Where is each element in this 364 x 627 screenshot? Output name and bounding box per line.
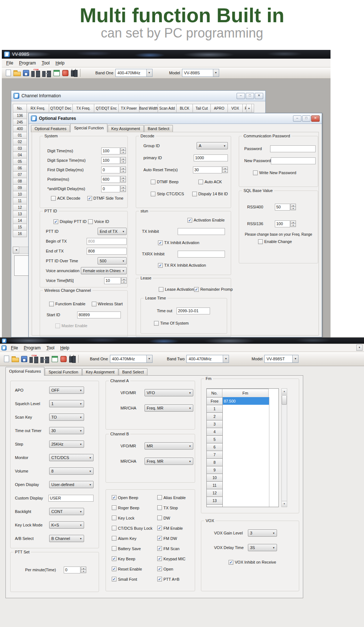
vertical-scrollbar[interactable]: ▲ ▼ — [281, 388, 287, 507]
first-digit-delay-ms-input[interactable]: 0 — [101, 166, 120, 173]
end-of-tx-input[interactable]: 808 — [87, 248, 127, 255]
alarm-key-checkbox[interactable]: Alarm Key — [112, 536, 157, 541]
ct-dcs-busy-lock-checkbox[interactable]: CT/DCS Busy Lock — [112, 526, 157, 530]
row-number[interactable]: 12 — [13, 204, 27, 211]
fm-row[interactable]: 12 — [207, 489, 278, 497]
remainder-promp-checkbox[interactable]: ✓Remainder Promp — [194, 287, 233, 292]
display-ptt-id-checkbox[interactable]: ✓Display PTT ID — [54, 219, 87, 224]
upload-to-radio-icon[interactable] — [30, 68, 41, 77]
fm-row[interactable]: 3 — [207, 420, 278, 428]
fm-scan-checkbox[interactable]: ✓FM Scan — [157, 546, 179, 551]
rssi400-input[interactable]: 50 — [275, 204, 290, 211]
spin-down-button[interactable]: ▼ — [121, 280, 127, 284]
band-one-select[interactable]: 400-470MHz ▼ — [110, 355, 153, 363]
voice-time-ms-input[interactable]: 10 — [104, 277, 121, 284]
begin-of-tx-input[interactable]: 808 — [87, 238, 127, 245]
column-band-width[interactable]: Band Width — [139, 104, 158, 113]
battery-save-checkbox[interactable]: Battery Save — [112, 546, 157, 551]
key-lock-mode-select[interactable]: K+S▼ — [49, 521, 84, 529]
a-b-select-select[interactable]: B Channel▼ — [49, 535, 84, 542]
vox-inhibit-on-receive-checkbox[interactable]: ✓VOX Inhibit on Receive — [229, 560, 276, 565]
row-number[interactable]: 01 — [13, 132, 27, 139]
maximize-button[interactable]: □ — [246, 93, 254, 99]
row-number[interactable]: 16 — [13, 230, 27, 237]
menu-help[interactable]: Help — [52, 60, 67, 66]
model-select[interactable]: VV-898S ▼ — [182, 69, 219, 77]
tab-optional-features[interactable]: Optional Features — [5, 367, 44, 376]
tab-key-assignment[interactable]: Key Assignment — [82, 368, 118, 376]
per-minute-time-input[interactable]: 0 — [64, 567, 80, 573]
save-icon[interactable] — [21, 68, 30, 77]
monitor-select[interactable]: CTC/DCS▼ — [49, 454, 94, 461]
open-checkbox[interactable]: ✓Open — [157, 567, 173, 571]
vfo-mr-select[interactable]: VFO▼ — [145, 389, 193, 396]
key-beep-checkbox[interactable]: ✓Key Beep — [112, 556, 157, 561]
row-number[interactable]: 11 — [13, 197, 27, 204]
row-number[interactable]: 136 — [13, 112, 27, 119]
column-rx-freq[interactable]: RX Freq. — [27, 104, 49, 113]
channel-data-icon[interactable] — [50, 354, 59, 363]
column-vox[interactable]: VOX — [228, 104, 243, 113]
fm-enable-checkbox[interactable]: ✓FM Enable — [157, 526, 183, 530]
open-file-icon[interactable] — [11, 354, 20, 363]
fm-row[interactable]: 1 — [207, 405, 278, 413]
digit-space-time-ms-input[interactable]: 100 — [101, 157, 120, 164]
spin-down-button[interactable]: ▼ — [120, 150, 126, 154]
row-number[interactable]: 13 — [13, 211, 27, 218]
primary-id-input[interactable]: 1000 — [194, 154, 228, 161]
start-id-input[interactable]: 80899 — [77, 311, 121, 318]
scroll-down-button[interactable]: ▼ — [282, 501, 287, 507]
fm-row[interactable]: 14 — [207, 505, 278, 507]
scan-key-select[interactable]: TO▼ — [49, 414, 84, 421]
dual-radio-icon[interactable] — [70, 68, 78, 77]
column-fm[interactable]: Fm — [222, 389, 269, 397]
password-input[interactable] — [270, 145, 316, 152]
fm-row[interactable]: 5 — [207, 436, 278, 443]
fm-row[interactable]: 6 — [207, 443, 278, 451]
close-button[interactable]: ✕ — [311, 115, 320, 122]
row-number[interactable]: 08 — [13, 178, 27, 185]
fm-row[interactable]: 7 — [207, 451, 278, 459]
column-apro[interactable]: APRO — [210, 104, 228, 113]
minimize-button[interactable]: – — [293, 115, 301, 122]
row-number[interactable]: 15 — [13, 224, 27, 231]
row-number[interactable]: 04 — [13, 152, 27, 158]
dtmf-beep-checkbox[interactable]: DTMF Beep — [151, 180, 198, 184]
tab-special-function[interactable]: Special Function — [45, 368, 82, 376]
dw-checkbox[interactable]: DW — [157, 516, 170, 520]
new-password-input[interactable] — [271, 157, 316, 164]
new-file-icon[interactable] — [2, 354, 11, 363]
spin-down-button[interactable]: ▼ — [81, 569, 86, 573]
column-no[interactable]: No. — [206, 389, 222, 397]
fm-row[interactable]: 13 — [207, 497, 278, 505]
open-file-icon[interactable] — [13, 68, 21, 77]
time-out-timer-select[interactable]: 30▼ — [49, 427, 84, 434]
fm-row[interactable]: 8 — [207, 459, 278, 466]
maximize-button[interactable]: □ — [302, 115, 310, 122]
menu-program[interactable]: Program — [16, 60, 39, 66]
column-tx-power[interactable]: TX Power — [118, 104, 139, 113]
dispaly-14-bit-id-checkbox[interactable]: Dispaly 14 Bit ID — [192, 192, 228, 196]
functiom-enable-checkbox[interactable]: Functiom Enable — [49, 302, 86, 306]
voice-id-checkbox[interactable]: Voice ID — [88, 219, 109, 224]
scroll-up-button[interactable]: ▲ — [282, 389, 287, 395]
column-tx-freq[interactable]: TX Freq. — [72, 104, 94, 113]
spin-down-button[interactable]: ▼ — [120, 160, 126, 164]
squelch-level-select[interactable]: 1▼ — [49, 400, 84, 407]
tab-band-select[interactable]: Band Select — [144, 125, 173, 132]
band-two-select[interactable]: 400-470MHz ▼ — [186, 355, 229, 363]
voice-annunciation-select[interactable]: Female voice in Chinese▼ — [81, 267, 127, 274]
fm-dw-checkbox[interactable]: ✓FM DW — [157, 536, 177, 541]
vfo-mr-select[interactable]: MR▼ — [145, 442, 193, 450]
row-number[interactable]: 02 — [13, 138, 27, 145]
reset-enable-checkbox[interactable]: ✓Reset Enable — [112, 567, 157, 571]
download-from-radio-icon[interactable] — [41, 68, 52, 77]
tx-inhibit-input[interactable] — [178, 228, 225, 235]
backlight-select[interactable]: CONT▼ — [49, 508, 84, 515]
menu-help[interactable]: Help — [57, 345, 72, 351]
fm-row[interactable]: 2 — [207, 413, 278, 420]
master-enable-checkbox[interactable]: Master Enable — [55, 324, 87, 328]
pretime-ms-input[interactable]: 600 — [101, 176, 120, 183]
keypad-mic-checkbox[interactable]: ✓Keypad MIC — [157, 556, 186, 561]
ptt-id-over-time-select[interactable]: 500▼ — [98, 257, 127, 264]
